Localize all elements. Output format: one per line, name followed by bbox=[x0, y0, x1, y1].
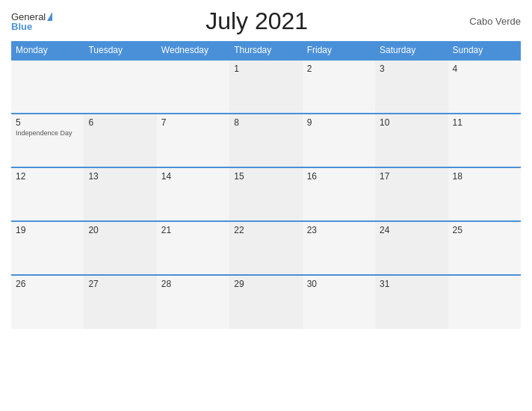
day-number: 21 bbox=[161, 225, 225, 235]
day-cell: 24 bbox=[375, 221, 448, 275]
weekday-header-sunday: Sunday bbox=[448, 41, 521, 60]
day-number: 6 bbox=[88, 117, 152, 128]
logo: General Blue bbox=[11, 12, 52, 31]
day-number: 11 bbox=[453, 117, 516, 128]
day-cell bbox=[157, 60, 229, 114]
week-row-1: 1234 bbox=[11, 60, 521, 114]
day-cell: 22 bbox=[229, 221, 302, 275]
calendar-container: General Blue July 2021 Cabo Verde Monday… bbox=[0, 0, 532, 411]
day-number: 5 bbox=[16, 117, 79, 128]
day-number: 15 bbox=[234, 171, 297, 182]
week-row-3: 12131415161718 bbox=[11, 167, 521, 221]
day-cell: 5Independence Day bbox=[11, 114, 84, 167]
day-number: 7 bbox=[161, 117, 225, 128]
day-cell: 1 bbox=[229, 60, 302, 114]
day-cell: 17 bbox=[375, 167, 448, 221]
month-title: July 2021 bbox=[52, 7, 461, 35]
day-number: 19 bbox=[16, 225, 79, 235]
day-cell: 7 bbox=[157, 114, 229, 167]
day-number: 13 bbox=[88, 171, 152, 182]
calendar-header: General Blue July 2021 Cabo Verde bbox=[11, 7, 521, 35]
week-row-2: 5Independence Day67891011 bbox=[11, 114, 521, 167]
day-cell: 25 bbox=[448, 221, 521, 275]
day-cell: 2 bbox=[303, 60, 375, 114]
day-number: 8 bbox=[234, 117, 297, 128]
day-number: 17 bbox=[380, 171, 443, 182]
day-cell: 14 bbox=[157, 167, 229, 221]
day-cell: 9 bbox=[303, 114, 375, 167]
day-number: 20 bbox=[88, 225, 152, 235]
day-cell: 16 bbox=[303, 167, 375, 221]
day-number: 3 bbox=[380, 64, 443, 74]
logo-triangle-icon bbox=[47, 12, 52, 21]
day-number: 31 bbox=[380, 279, 443, 289]
day-number: 28 bbox=[161, 279, 225, 289]
day-cell: 4 bbox=[448, 60, 521, 114]
day-cell: 21 bbox=[157, 221, 229, 275]
calendar-table: MondayTuesdayWednesdayThursdayFridaySatu… bbox=[11, 41, 521, 329]
weekday-header-monday: Monday bbox=[11, 41, 84, 60]
day-number: 1 bbox=[234, 64, 297, 74]
day-number: 29 bbox=[234, 279, 297, 289]
day-cell: 28 bbox=[157, 275, 229, 329]
day-number: 23 bbox=[307, 225, 371, 235]
weekday-header-friday: Friday bbox=[303, 41, 375, 60]
day-cell: 12 bbox=[11, 167, 84, 221]
day-number: 14 bbox=[161, 171, 225, 182]
weekday-header-saturday: Saturday bbox=[375, 41, 448, 60]
day-number: 24 bbox=[380, 225, 443, 235]
day-number: 25 bbox=[453, 225, 516, 235]
day-cell: 15 bbox=[229, 167, 302, 221]
day-number: 10 bbox=[380, 117, 443, 128]
weekday-header-row: MondayTuesdayWednesdayThursdayFridaySatu… bbox=[11, 41, 521, 60]
day-number: 9 bbox=[307, 117, 371, 128]
day-cell: 10 bbox=[375, 114, 448, 167]
day-cell: 26 bbox=[11, 275, 84, 329]
event-label: Independence Day bbox=[16, 129, 79, 137]
day-cell: 23 bbox=[303, 221, 375, 275]
day-cell: 30 bbox=[303, 275, 375, 329]
country-label: Cabo Verde bbox=[461, 16, 521, 27]
day-cell: 19 bbox=[11, 221, 84, 275]
day-cell: 27 bbox=[84, 275, 156, 329]
day-number: 2 bbox=[307, 64, 371, 74]
logo-blue-text: Blue bbox=[11, 22, 52, 31]
day-cell: 3 bbox=[375, 60, 448, 114]
day-cell: 13 bbox=[84, 167, 156, 221]
day-cell: 8 bbox=[229, 114, 302, 167]
day-cell: 18 bbox=[448, 167, 521, 221]
day-number: 30 bbox=[307, 279, 371, 289]
logo-general-text: General bbox=[11, 12, 46, 22]
day-number: 16 bbox=[307, 171, 371, 182]
day-cell: 29 bbox=[229, 275, 302, 329]
day-number: 4 bbox=[453, 64, 516, 74]
day-number: 26 bbox=[16, 279, 79, 289]
day-cell bbox=[448, 275, 521, 329]
day-number: 12 bbox=[16, 171, 79, 182]
week-row-4: 19202122232425 bbox=[11, 221, 521, 275]
day-cell: 20 bbox=[84, 221, 156, 275]
day-cell bbox=[84, 60, 156, 114]
day-number: 22 bbox=[234, 225, 297, 235]
day-cell: 11 bbox=[448, 114, 521, 167]
day-number: 27 bbox=[88, 279, 152, 289]
day-number: 18 bbox=[453, 171, 516, 182]
week-row-5: 262728293031 bbox=[11, 275, 521, 329]
day-cell: 31 bbox=[375, 275, 448, 329]
weekday-header-wednesday: Wednesday bbox=[157, 41, 229, 60]
weekday-header-tuesday: Tuesday bbox=[84, 41, 156, 60]
day-cell bbox=[11, 60, 84, 114]
weekday-header-thursday: Thursday bbox=[229, 41, 302, 60]
day-cell: 6 bbox=[84, 114, 156, 167]
